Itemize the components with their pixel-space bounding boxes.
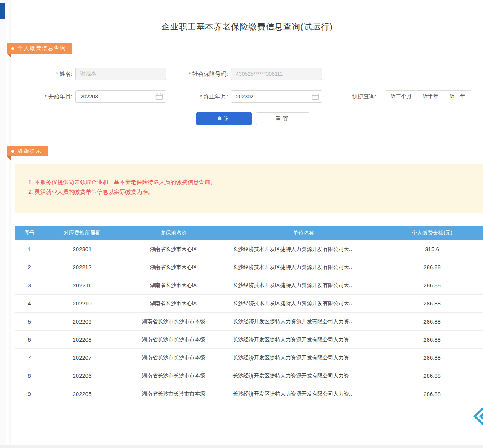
table-cell: 3: [15, 282, 43, 288]
table-cell: 长沙经济技术开发区捷特人力资源开发有限公司天..: [226, 246, 381, 253]
notice-line: 1. 本服务仅提供尚未领取企业职工基本养老保险待遇人员的缴费信息查询。: [28, 177, 483, 187]
table-cell: 长沙经济开发区捷特人力资源开发有限公司人力资..: [226, 318, 381, 325]
table-cell: 286.88: [381, 391, 483, 397]
table-cell: 湖南省长沙市长沙市市本级: [121, 318, 226, 325]
collapse-panel-button[interactable]: [472, 407, 483, 425]
sidebar-blue-tab[interactable]: [0, 3, 5, 19]
table-header-row: 序号对应费款所属期参保地名称单位名称个人缴费金额(元): [15, 226, 483, 240]
table-cell: 长沙经济开发区捷特人力资源开发有限公司人力资..: [226, 391, 381, 397]
table-body: 1202301湖南省长沙市天心区长沙经济技术开发区捷特人力资源开发有限公司天..…: [15, 240, 483, 403]
table-cell: 6: [15, 336, 43, 343]
section-tag-query: 个人缴费信息查询: [7, 43, 72, 54]
calendar-icon[interactable]: [155, 93, 163, 100]
table-header-cell: 单位名称: [226, 230, 381, 236]
table-cell: 湖南省长沙市长沙市市本级: [121, 354, 226, 361]
table-cell: 286.88: [381, 300, 483, 307]
required-mark: *: [200, 94, 202, 100]
table-row: 5202209湖南省长沙市长沙市市本级长沙经济开发区捷特人力资源开发有限公司人力…: [15, 313, 483, 331]
ribbon-fold: [7, 156, 11, 160]
table-cell: 1: [15, 246, 43, 252]
bullet-dot-icon: [11, 47, 14, 50]
table-cell: 2: [15, 264, 43, 270]
table-cell: 202206: [43, 373, 121, 379]
required-mark: *: [45, 94, 46, 100]
table-cell: 286.88: [381, 336, 483, 343]
quick-query-1year-button[interactable]: 近一年: [444, 90, 471, 103]
table-cell: 湖南省长沙市长沙市市本级: [121, 373, 226, 379]
notice-line: 2. 灵活就业人员的缴费单位信息以实际缴费为准。: [28, 187, 483, 197]
table-row: 4202210湖南省长沙市天心区长沙经济技术开发区捷特人力资源开发有限公司天..…: [15, 295, 483, 313]
quick-query-label: 快捷查询:: [352, 93, 376, 100]
notice-box: 1. 本服务仅提供尚未领取企业职工基本养老保险待遇人员的缴费信息查询。 2. 灵…: [15, 164, 483, 213]
start-month-label: *开始年月:: [29, 93, 72, 100]
payment-results-table: 序号对应费款所属期参保地名称单位名称个人缴费金额(元) 1202301湖南省长沙…: [15, 226, 483, 403]
name-label: *姓名:: [34, 71, 72, 78]
table-row: 1202301湖南省长沙市天心区长沙经济技术开发区捷特人力资源开发有限公司天..…: [15, 240, 483, 258]
end-month-input[interactable]: [231, 90, 322, 103]
double-chevron-left-icon: [472, 407, 483, 425]
table-cell: 7: [15, 354, 43, 361]
table-cell: 湖南省长沙市天心区: [121, 246, 226, 253]
quick-query-3months-button[interactable]: 近三个月: [385, 90, 417, 103]
table-cell: 长沙经济开发区捷特人力资源开发有限公司人力资..: [226, 354, 381, 361]
table-cell: 湖南省长沙市天心区: [121, 300, 226, 307]
ssn-field[interactable]: [231, 68, 322, 80]
table-row: 7202207湖南省长沙市长沙市市本级长沙经济开发区捷特人力资源开发有限公司人力…: [15, 349, 483, 367]
table-cell: 286.88: [381, 282, 483, 288]
table-cell: 202210: [43, 300, 121, 307]
table-cell: 长沙经济技术开发区捷特人力资源开发有限公司天..: [226, 282, 381, 289]
table-header-cell: 参保地名称: [121, 230, 226, 236]
table-header-cell: 序号: [15, 230, 43, 236]
table-cell: 202211: [43, 282, 121, 288]
table-header-cell: 对应费款所属期: [43, 230, 121, 236]
table-cell: 5: [15, 318, 43, 325]
table-cell: 286.88: [381, 354, 483, 361]
page-bottom-edge: [0, 445, 483, 448]
table-row: 9202205湖南省长沙市长沙市市本级长沙经济开发区捷特人力资源开发有限公司人力…: [15, 385, 483, 403]
table-cell: 长沙经济开发区捷特人力资源开发有限公司人力资..: [226, 336, 381, 343]
table-cell: 202301: [43, 246, 121, 252]
page-title: 企业职工基本养老保险缴费信息查询(试运行): [11, 21, 483, 32]
required-mark: *: [189, 71, 191, 77]
table-cell: 4: [15, 300, 43, 307]
bullet-dot-icon: [11, 150, 14, 153]
name-field[interactable]: [75, 68, 166, 80]
section-tag-notice: 温馨提示: [7, 146, 48, 156]
table-cell: 202209: [43, 318, 121, 325]
quick-query-halfyear-button[interactable]: 近半年: [417, 90, 444, 103]
table-cell: 9: [15, 391, 43, 397]
table-cell: 长沙经济技术开发区捷特人力资源开发有限公司天..: [226, 264, 381, 271]
end-month-label: *终止年月:: [186, 93, 228, 100]
table-cell: 202212: [43, 264, 121, 270]
table-cell: 湖南省长沙市天心区: [121, 264, 226, 271]
quick-query-group: 近三个月 近半年 近一年: [385, 90, 471, 103]
start-month-input[interactable]: [75, 90, 166, 103]
table-cell: 202208: [43, 336, 121, 343]
section-tag-notice-label: 温馨提示: [18, 148, 42, 155]
table-cell: 202207: [43, 354, 121, 361]
query-button[interactable]: 查询: [196, 112, 252, 125]
table-cell: 长沙经济技术开发区捷特人力资源开发有限公司天..: [226, 300, 381, 307]
pension-query-page: 企业职工基本养老保险缴费信息查询(试运行) 个人缴费信息查询 *姓名: *社会保…: [0, 0, 483, 448]
left-sidebar-rail: [0, 0, 6, 445]
table-cell: 长沙经济开发区捷特人力资源开发有限公司人力资..: [226, 373, 381, 379]
table-row: 3202211湖南省长沙市天心区长沙经济技术开发区捷特人力资源开发有限公司天..…: [15, 276, 483, 295]
ssn-label: *社会保障号码:: [170, 71, 228, 78]
required-mark: *: [56, 71, 58, 77]
reset-button[interactable]: 重置: [256, 112, 309, 125]
table-cell: 8: [15, 373, 43, 379]
table-row: 6202208湖南省长沙市长沙市市本级长沙经济开发区捷特人力资源开发有限公司人力…: [15, 331, 483, 349]
calendar-icon[interactable]: [312, 93, 319, 100]
table-cell: 286.88: [381, 373, 483, 379]
table-row: 8202206湖南省长沙市长沙市市本级长沙经济开发区捷特人力资源开发有限公司人力…: [15, 367, 483, 385]
table-row: 2202212湖南省长沙市天心区长沙经济技术开发区捷特人力资源开发有限公司天..…: [15, 258, 483, 276]
ribbon-fold: [7, 54, 11, 57]
table-cell: 湖南省长沙市天心区: [121, 282, 226, 289]
table-cell: 315.6: [381, 246, 483, 252]
table-cell: 202205: [43, 391, 121, 397]
table-cell: 286.88: [381, 318, 483, 325]
table-header-cell: 个人缴费金额(元): [381, 230, 483, 236]
table-cell: 湖南省长沙市长沙市市本级: [121, 336, 226, 343]
table-cell: 湖南省长沙市长沙市市本级: [121, 391, 226, 397]
table-cell: 286.88: [381, 264, 483, 270]
